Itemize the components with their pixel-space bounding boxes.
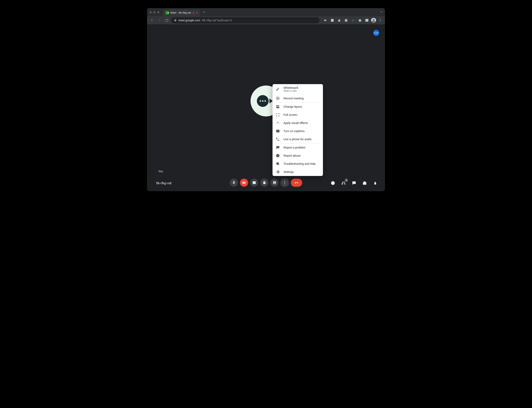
menu-item-label: Settings	[283, 170, 294, 174]
svg-point-32	[278, 156, 278, 157]
pencil-icon	[276, 87, 280, 91]
svg-rect-3	[366, 19, 368, 22]
mac-close-dot[interactable]	[149, 11, 152, 13]
url-path: /ftk-rfkg-vdr?authuser=1	[202, 19, 232, 22]
participants-count-badge: 1	[345, 178, 348, 182]
warning-icon	[276, 154, 280, 158]
svg-point-5	[380, 19, 381, 20]
nav-forward-button[interactable]	[156, 17, 162, 23]
svg-point-22	[277, 98, 279, 99]
tab-close-button[interactable]: ×	[196, 11, 198, 14]
record-icon	[276, 96, 280, 100]
camera-indicator-icon[interactable]	[323, 18, 328, 23]
menu-item-label: Turn on captions	[283, 129, 305, 133]
meeting-control-bar	[230, 178, 302, 187]
omnibox[interactable]: meet.google.com/ftk-rfkg-vdr?authuser=1	[171, 17, 320, 23]
menu-item-report-problem[interactable]: Report a problem	[272, 144, 323, 152]
svg-point-9	[284, 182, 285, 183]
new-tab-button[interactable]: +	[201, 9, 207, 15]
bookmark-star-icon[interactable]	[343, 18, 349, 23]
tabs-dropdown-button[interactable]	[380, 10, 383, 14]
raise-hand-button[interactable]	[260, 178, 269, 187]
svg-point-7	[380, 21, 381, 22]
tab-strip: Meet – ftk-rfkg-vdr × +	[147, 8, 385, 16]
svg-point-10	[284, 183, 285, 184]
menu-item-report-abuse[interactable]: Report abuse	[272, 152, 323, 160]
menu-item-fullscreen[interactable]: Full screen	[272, 111, 323, 119]
svg-rect-23	[276, 105, 278, 107]
menu-item-phone-audio[interactable]: Use a phone for audio	[272, 135, 323, 143]
mac-zoom-dot[interactable]	[157, 11, 159, 13]
menu-item-label: Apply visual effects	[283, 121, 308, 125]
svg-line-34	[279, 164, 279, 165]
svg-rect-27	[276, 130, 279, 132]
gear-icon	[276, 170, 280, 174]
present-screen-button[interactable]	[270, 178, 279, 187]
svg-point-17	[364, 183, 364, 184]
browser-toolbar-right	[323, 18, 383, 23]
extensions-puzzle-icon[interactable]	[357, 18, 363, 23]
svg-point-8	[284, 181, 285, 182]
more-options-menu: Whiteboard Open a Jam Record meeting Cha…	[272, 84, 323, 176]
svg-point-13	[333, 182, 333, 182]
chat-button[interactable]	[351, 180, 357, 186]
menu-item-label: Full screen	[283, 113, 297, 116]
cc-icon	[276, 129, 280, 133]
mac-minimize-dot[interactable]	[153, 11, 156, 13]
host-controls-button[interactable]	[372, 180, 378, 186]
svg-rect-26	[276, 107, 279, 108]
address-bar: meet.google.com/ftk-rfkg-vdr?authuser=1	[147, 16, 385, 25]
sparkle-icon	[276, 121, 280, 125]
menu-item-visual-effects[interactable]: Apply visual effects	[272, 119, 323, 127]
install-app-icon[interactable]	[330, 18, 335, 23]
menu-item-label: Troubleshooting and help	[283, 162, 316, 165]
host-controls-badge[interactable]	[373, 30, 379, 36]
feedback-icon	[276, 145, 280, 150]
browser-tab[interactable]: Meet – ftk-rfkg-vdr ×	[163, 9, 200, 16]
meet-favicon-icon	[166, 11, 169, 14]
more-options-button[interactable]	[281, 178, 289, 187]
meet-viewport: You ftk-rfkg-vdr	[147, 25, 385, 191]
menu-item-settings[interactable]: Settings	[272, 168, 323, 176]
toggle-mic-button[interactable]	[230, 178, 238, 187]
svg-point-18	[365, 183, 366, 184]
fullscreen-icon	[276, 113, 280, 117]
menu-item-label: Record meeting	[283, 97, 304, 100]
url-host: meet.google.com	[178, 19, 200, 22]
tab-title: Meet – ftk-rfkg-vdr	[170, 11, 191, 14]
phone-audio-icon	[276, 137, 280, 141]
side-panel-icon[interactable]	[364, 18, 369, 23]
mac-window-controls[interactable]	[149, 11, 159, 13]
menu-item-label: Report abuse	[283, 154, 301, 157]
hang-up-button[interactable]	[291, 178, 302, 187]
activity-help-icon	[276, 162, 280, 166]
extension-meet-icon[interactable]	[350, 18, 356, 23]
svg-point-20	[375, 183, 375, 184]
nav-reload-button[interactable]	[164, 17, 169, 23]
svg-marker-16	[363, 181, 366, 185]
menu-item-label: Whiteboard	[283, 86, 298, 89]
profile-avatar-button[interactable]	[371, 18, 376, 23]
chrome-menu-button[interactable]	[378, 18, 383, 23]
svg-point-29	[278, 147, 278, 148]
menu-item-sublabel: Open a Jam	[283, 89, 298, 92]
svg-rect-24	[278, 105, 279, 106]
toggle-camera-button[interactable]	[240, 178, 248, 187]
menu-item-record[interactable]: Record meeting	[272, 94, 323, 102]
svg-point-6	[380, 20, 381, 21]
tab-recording-indicator-icon	[192, 12, 194, 14]
activities-button[interactable]	[361, 180, 368, 186]
toggle-captions-button[interactable]	[250, 178, 258, 187]
participants-button[interactable]: 1	[340, 180, 347, 186]
menu-item-whiteboard[interactable]: Whiteboard Open a Jam	[272, 84, 323, 94]
share-icon[interactable]	[337, 18, 342, 23]
nav-back-button[interactable]	[149, 17, 155, 23]
menu-item-troubleshoot[interactable]: Troubleshooting and help	[272, 160, 323, 168]
menu-item-change-layout[interactable]: Change layout	[272, 103, 323, 111]
menu-item-label: Report a problem	[283, 146, 305, 149]
layout-grid-icon	[276, 105, 280, 109]
meeting-details-button[interactable]	[330, 180, 336, 186]
lock-icon	[174, 19, 177, 22]
svg-rect-25	[278, 106, 279, 107]
menu-item-captions[interactable]: Turn on captions	[272, 127, 323, 135]
